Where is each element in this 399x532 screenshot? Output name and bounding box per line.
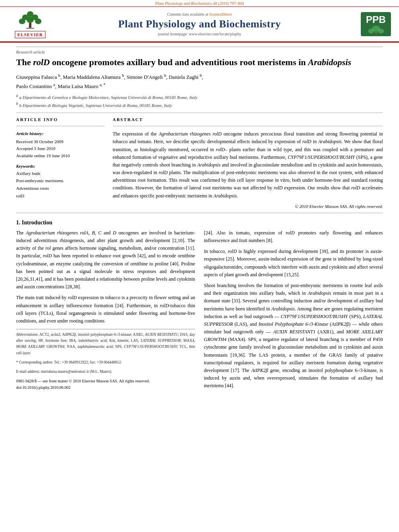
elsevier-logo-area: ELSEVIER [8, 10, 52, 38]
abstract-col: ABSTRACT The expression of the Agrobacte… [113, 117, 383, 209]
svg-point-5 [35, 18, 41, 24]
elsevier-wordmark: ELSEVIER [15, 31, 45, 38]
svg-point-4 [27, 16, 34, 23]
divider-2 [16, 213, 383, 213]
divider-ai [16, 126, 105, 126]
introduction-section: 1. Introduction The Agrobacterium rhizog… [16, 220, 383, 393]
issn-line: 0981-9428/$ — see front matter © 2010 El… [16, 378, 195, 384]
journal-title-area: Contents lists available at ScienceDirec… [52, 12, 347, 36]
svg-rect-7 [26, 28, 34, 29]
journal-title: Plant Physiology and Biochemistry [52, 18, 347, 30]
keyword-2: Post-embryonic meristems [16, 177, 105, 185]
divider-abs [113, 126, 383, 126]
introduction-title: 1. Introduction [16, 220, 383, 226]
footnotes-area: Abbreviations: ACT2, actin2; AtIPK2β, in… [16, 329, 195, 375]
ppb-label: PPB [366, 14, 386, 25]
authors-line: Giuseppina Falasca b, Maria Maddalena Al… [16, 72, 383, 91]
svg-point-10 [378, 29, 384, 33]
article-type-label: Research article [16, 47, 383, 54]
journal-ref-text: Plant Physiology and Biochemistry 48 (20… [155, 1, 244, 6]
article-info-col: ARTICLE INFO Article history: Received 3… [16, 117, 105, 209]
svg-rect-11 [375, 31, 377, 34]
keywords-list: Axillary buds Post-embryonic meristems A… [16, 170, 105, 200]
title-italic-rolD: rolD [33, 57, 50, 67]
introduction-body: The Agrobacterium rhizogenes rolA, B, C … [16, 229, 383, 393]
journal-ref-bar: Plant Physiology and Biochemistry 48 (20… [0, 0, 399, 6]
main-content: Research article The rolD oncogene promo… [0, 43, 399, 401]
title-prefix: The [16, 57, 33, 67]
journal-homepage: journal homepage: www.elsevier.com/locat… [52, 32, 347, 36]
corresponding-author-note: * Corresponding author. Tel.: +39 064991… [16, 359, 195, 366]
article-title: The rolD oncogene promotes axillary bud … [16, 57, 383, 68]
keyword-4: rolD [16, 192, 105, 200]
ppb-logo-plant-icon [364, 25, 388, 34]
intro-para-5: Shoot branching involves the formation o… [204, 282, 383, 390]
article-history: Article history: Received 30 October 200… [16, 130, 105, 159]
keyword-3: Adventitious roots [16, 185, 105, 192]
available-date: Available online 19 June 2010 [16, 153, 70, 158]
intro-para-3: [24]. Also in tomato, expression of rolD… [204, 229, 383, 244]
copyright-text: © 2010 Elsevier Masson SAS. All rights r… [113, 204, 383, 209]
received-date: Received 30 October 2009 [16, 139, 64, 144]
ppb-logo-area: PPB [347, 12, 391, 36]
doi-line: doi:10.1016/j.plaphy.2010.06.002 [16, 384, 195, 391]
intro-para-4: In tobacco, rolD is highly expressed dur… [204, 248, 383, 279]
journal-header: ELSEVIER Contents lists available at Sci… [0, 7, 399, 42]
svg-point-9 [368, 29, 374, 33]
sciencedirect-line: Contents lists available at ScienceDirec… [52, 12, 347, 16]
intro-para-1: The Agrobacterium rhizogenes rolA, B, C … [16, 229, 195, 291]
keywords-label: Keywords: [16, 164, 105, 168]
accepted-date: Accepted 3 June 2010 [16, 146, 55, 151]
tree-icon [14, 10, 46, 29]
abstract-text: The expression of the Agrobacterium rhiz… [113, 130, 383, 200]
article-info-header: ARTICLE INFO [16, 117, 105, 122]
sciencedirect-link[interactable]: ScienceDirect [209, 12, 232, 16]
keywords-section: Keywords: Axillary buds Post-embryonic m… [16, 164, 105, 200]
issn-doi-block: 0981-9428/$ — see front matter © 2010 El… [16, 378, 195, 391]
abstract-header: ABSTRACT [113, 117, 383, 122]
email-note: E-mail address: marialuisa.mauro@uniroma… [16, 369, 195, 375]
history-label: Article history: [16, 130, 105, 138]
sciencedirect-prefix: Contents lists available at [167, 12, 208, 16]
title-italic2: Arabidopsis [308, 57, 352, 67]
keyword-1: Axillary buds [16, 170, 105, 177]
abbreviations-note: Abbreviations: ACT2, actin2; AtIPK2β, in… [16, 332, 195, 356]
divider-1 [16, 113, 383, 113]
affiliations: a a Dipartimento di Genetica e Biologia … [16, 92, 383, 109]
intro-col-left: The Agrobacterium rhizogenes rolA, B, C … [16, 229, 195, 393]
svg-rect-6 [29, 23, 31, 28]
article-info-abstract: ARTICLE INFO Article history: Received 3… [16, 117, 383, 209]
svg-point-3 [19, 18, 25, 24]
ppb-logo: PPB [361, 12, 391, 36]
intro-col-right: [24]. Also in tomato, expression of rolD… [204, 229, 383, 393]
intro-para-2: The main trait induced by rolD expressio… [16, 294, 195, 325]
title-suffix: oncogene promotes axillary bud and adven… [50, 57, 308, 67]
